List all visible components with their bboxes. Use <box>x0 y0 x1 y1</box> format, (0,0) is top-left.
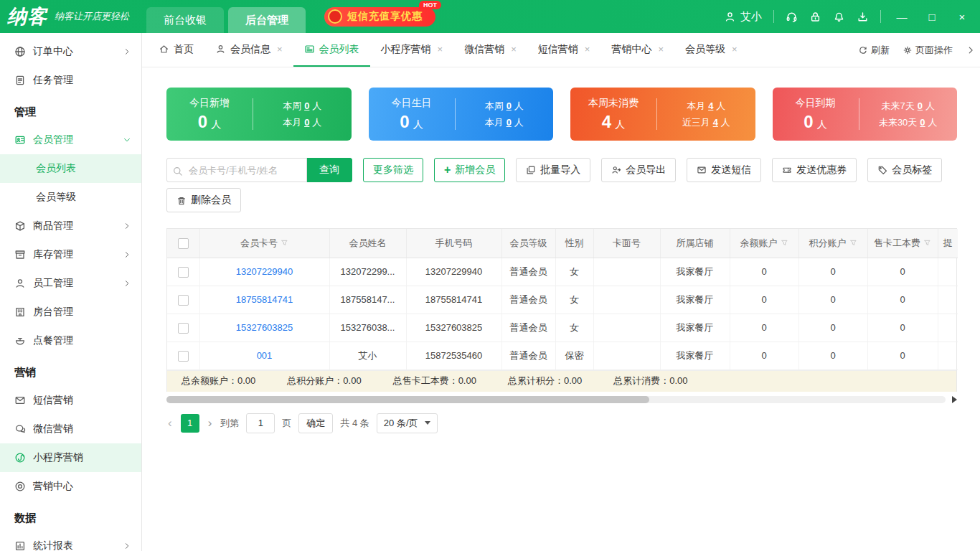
sidebar-item[interactable]: 员工管理 <box>0 269 141 298</box>
sidebar-item[interactable]: 微信营销 <box>0 415 141 443</box>
send-coupon-button[interactable]: 发送优惠券 <box>772 158 857 182</box>
page-size-select[interactable]: 20 条/页 <box>377 413 438 433</box>
lock-icon[interactable] <box>809 11 821 23</box>
tab[interactable]: 小程序营销× <box>370 33 454 67</box>
summary-item: 总售卡工本费：0.00 <box>393 375 476 387</box>
sidebar-item[interactable]: 统计报表 <box>0 532 141 551</box>
stat-sub-value[interactable]: 0 <box>507 100 512 111</box>
member-tag-button[interactable]: 会员标签 <box>867 158 942 182</box>
tab[interactable]: 短信营销× <box>527 33 601 67</box>
send-sms-button[interactable]: 发送短信 <box>687 158 761 182</box>
row-checkbox[interactable] <box>178 323 189 334</box>
row-checkbox[interactable] <box>178 351 189 362</box>
select-all-checkbox[interactable] <box>178 238 189 249</box>
prev-page-icon[interactable]: ‹ <box>166 417 174 429</box>
tab-close-icon[interactable]: × <box>585 44 590 55</box>
support-icon[interactable] <box>786 11 798 23</box>
tab-close-icon[interactable]: × <box>732 44 738 55</box>
stat-sub-value[interactable]: 0 <box>304 100 309 111</box>
next-page-icon[interactable]: › <box>207 417 214 429</box>
topbar-actions: 艾小 — □ × <box>724 0 980 33</box>
search-button[interactable]: 查询 <box>306 158 352 182</box>
stat-sub-value[interactable]: 0 <box>304 117 309 128</box>
tab[interactable]: 营销中心× <box>600 33 674 67</box>
tab-close-icon[interactable]: × <box>511 44 517 55</box>
notifications-icon[interactable] <box>833 11 845 23</box>
topnav-tab[interactable]: 后台管理 <box>228 7 306 33</box>
refresh-button[interactable]: 刷新 <box>858 44 890 57</box>
member-export-button[interactable]: 会员导出 <box>601 158 676 182</box>
row-checkbox[interactable] <box>178 295 189 306</box>
minimize-button[interactable]: — <box>892 11 911 23</box>
more-filter-button[interactable]: 更多筛选 <box>363 158 423 182</box>
goto-suffix: 页 <box>282 417 291 430</box>
stat-sub-value[interactable]: 0 <box>918 100 923 111</box>
row-checkbox[interactable] <box>178 267 189 278</box>
sidebar-item[interactable]: 订单中心 <box>0 37 141 66</box>
stat-sub-unit: 人 <box>928 117 938 128</box>
delete-member-button[interactable]: 删除会员 <box>166 188 241 212</box>
sidebar-item[interactable]: 短信营销 <box>0 386 141 415</box>
sidebar-item[interactable]: 库存管理 <box>0 240 141 269</box>
scrollbar-thumb[interactable] <box>166 396 649 403</box>
column-header[interactable]: 会员卡号 <box>199 229 329 258</box>
goto-page-input[interactable] <box>246 413 275 433</box>
stat-details: 本月4人近三月4人 <box>664 100 748 129</box>
search-input[interactable] <box>166 158 307 182</box>
column-header[interactable]: 会员等级 <box>501 229 555 258</box>
divider <box>455 98 456 130</box>
batch-import-button[interactable]: 批量导入 <box>516 158 590 182</box>
topnav-tab[interactable]: 前台收银 <box>146 7 224 33</box>
column-header[interactable]: 提 <box>938 229 958 258</box>
member-card-link[interactable]: 18755814741 <box>199 286 329 314</box>
sidebar-item[interactable]: 会员列表 <box>0 154 141 183</box>
tab-close-icon[interactable]: × <box>277 44 283 55</box>
promo-banner[interactable]: 短信充值享优惠 HOT <box>324 7 435 27</box>
sidebar-item[interactable]: 房台管理 <box>0 298 141 326</box>
add-member-button[interactable]: + 新增会员 <box>434 158 505 182</box>
column-header[interactable]: 所属店铺 <box>660 229 730 258</box>
stat-sub-label: 本月 <box>283 117 301 128</box>
tab[interactable]: 会员列表 <box>293 33 370 67</box>
tab[interactable]: 会员信息× <box>204 33 293 67</box>
column-header[interactable]: 积分账户 <box>798 229 867 258</box>
column-header[interactable]: 余额账户 <box>730 229 798 258</box>
stat-sub-value[interactable]: 4 <box>713 117 718 128</box>
maximize-button[interactable]: □ <box>923 11 941 23</box>
close-button[interactable]: × <box>953 11 971 23</box>
tab[interactable]: 微信营销× <box>453 33 527 67</box>
confirm-button[interactable]: 确定 <box>298 413 333 433</box>
sidebar-item[interactable]: 营销中心 <box>0 472 141 501</box>
column-header[interactable]: 卡面号 <box>593 229 660 258</box>
download-icon[interactable] <box>857 11 869 23</box>
sidebar-item[interactable]: 任务管理 <box>0 66 141 95</box>
stat-sub-value[interactable]: 0 <box>920 117 925 128</box>
page-ops-button[interactable]: 页面操作 <box>903 44 953 57</box>
scroll-right-arrow-icon[interactable] <box>952 396 957 403</box>
column-label: 卡面号 <box>613 237 641 250</box>
member-card-link[interactable]: 001 <box>199 342 329 369</box>
tab-close-icon[interactable]: × <box>658 44 664 55</box>
member-card-link[interactable]: 15327603825 <box>199 314 329 342</box>
sidebar-item[interactable]: 点餐管理 <box>0 326 141 355</box>
summary-label: 总积分账户： <box>287 375 343 386</box>
scrollbar-track[interactable] <box>166 396 946 403</box>
column-header[interactable]: 会员姓名 <box>329 229 406 258</box>
column-header[interactable]: 售卡工本费 <box>867 229 938 258</box>
sidebar-item[interactable]: 商品管理 <box>0 212 141 240</box>
tab[interactable]: 会员等级× <box>674 33 748 67</box>
sidebar-item[interactable]: 小程序营销 <box>0 443 141 472</box>
member-card-link[interactable]: 13207229940 <box>199 258 329 286</box>
tabs-scroll-right-icon[interactable] <box>966 44 976 56</box>
button-label: 删除会员 <box>191 194 231 207</box>
user-menu[interactable]: 艾小 <box>724 10 762 24</box>
stat-sub-value[interactable]: 0 <box>507 117 512 128</box>
tab-close-icon[interactable]: × <box>438 44 443 55</box>
sidebar-item[interactable]: 会员等级 <box>0 183 141 212</box>
tab[interactable]: 首页 <box>148 33 204 67</box>
column-header[interactable]: 手机号码 <box>406 229 501 258</box>
page-number-button[interactable]: 1 <box>181 414 199 433</box>
stat-sub-value[interactable]: 4 <box>708 100 713 111</box>
sidebar-item[interactable]: 会员管理 <box>0 126 141 154</box>
column-header[interactable]: 性别 <box>555 229 593 258</box>
